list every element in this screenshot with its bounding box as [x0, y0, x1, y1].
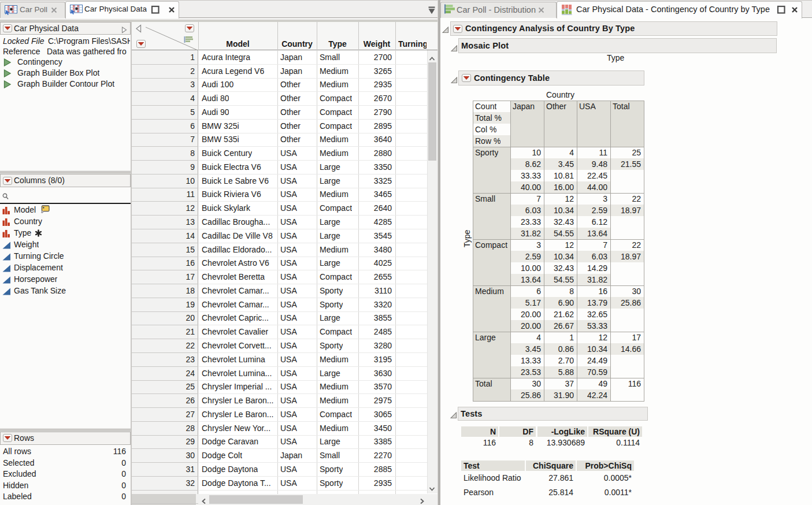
svg-text:Type: Type — [462, 229, 472, 247]
